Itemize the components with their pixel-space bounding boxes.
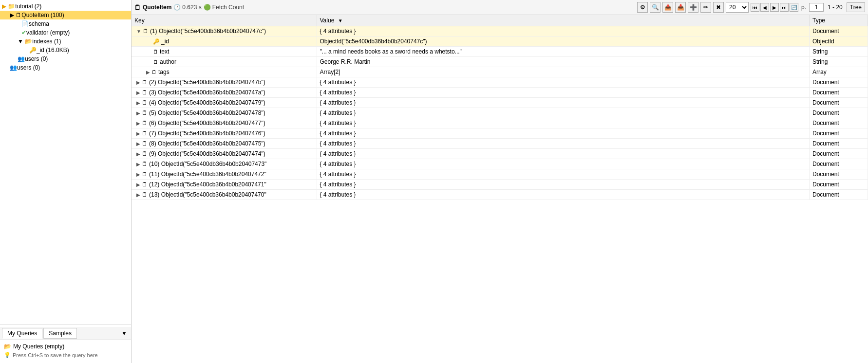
tree-item-tutorial[interactable]: ▶ 📁 tutorial (2) xyxy=(0,2,131,11)
table-row[interactable]: ▶🗒tagsArray[2]Array xyxy=(132,67,868,77)
table-row[interactable]: ▶🗒(6) ObjectId("5c5e400db36b4b0b20407477… xyxy=(132,118,868,128)
search-btn[interactable]: 🔍 xyxy=(650,2,660,13)
cell-key: 🔑_id xyxy=(132,36,317,47)
tree-item-_id[interactable]: 🔑 _id (16.0KB) xyxy=(0,46,131,54)
cell-key: ▶🗒(12) ObjectId("5c5e400cb36b4b0b2040747… xyxy=(132,180,317,190)
cell-value: { 4 attributes } xyxy=(317,128,810,139)
tree-item-indexes[interactable]: ▼ 📂 indexes (1) xyxy=(0,37,131,46)
col-header-value: Value ▼ xyxy=(317,15,810,26)
queries-hint: 💡 Press Ctrl+S to save the query here xyxy=(4,351,127,359)
doc-icon: 🗒 xyxy=(142,191,148,198)
settings-btn[interactable]: ⚙ xyxy=(637,2,648,13)
table-row[interactable]: ▶🗒(8) ObjectId("5c5e400db36b4b0b20407475… xyxy=(132,139,868,149)
cell-value: { 4 attributes } xyxy=(317,26,810,36)
value-sort-icon[interactable]: ▼ xyxy=(338,18,343,23)
left-panel: ▶ 📁 tutorial (2)▶ 🗒 QuoteItem (100)📄 sch… xyxy=(0,0,132,363)
table-row[interactable]: ▼🗒(1) ObjectId("5c5e400db36b4b0b2040747c… xyxy=(132,26,868,36)
cell-key: ▶🗒(11) ObjectId("5c5e400cb36b4b0b2040747… xyxy=(132,169,317,180)
table-row[interactable]: ▶🗒(10) ObjectId("5c5e400db36b4b0b2040747… xyxy=(132,159,868,169)
expand-btn[interactable]: ▶ xyxy=(136,110,140,116)
table-row[interactable]: ▶🗒(7) ObjectId("5c5e400db36b4b0b20407476… xyxy=(132,128,868,139)
cell-value: { 4 attributes } xyxy=(317,190,810,200)
queries-content: 📂 My Queries (empty) 💡 Press Ctrl+S to s… xyxy=(0,340,131,361)
edit-btn[interactable]: ✏ xyxy=(700,2,711,13)
doc-icon: 🗒 xyxy=(142,109,148,116)
page-size-select[interactable]: 5 10 20 50 100 xyxy=(726,2,749,13)
table-row[interactable]: ▶🗒(4) ObjectId("5c5e400db36b4b0b20407479… xyxy=(132,98,868,108)
table-row[interactable]: ▶🗒(3) ObjectId("5c5e400db36b4b0b2040747a… xyxy=(132,88,868,98)
table-row[interactable]: ▶🗒(12) ObjectId("5c5e400cb36b4b0b2040747… xyxy=(132,180,868,190)
data-table: Key Value ▼ Type ▼🗒(1) ObjectId("5c5e400… xyxy=(132,15,868,200)
page-label: p. xyxy=(801,4,806,11)
expand-btn[interactable]: ▶ xyxy=(136,100,140,106)
queries-empty-label: 📂 My Queries (empty) xyxy=(4,342,127,351)
cell-type: ObjectId xyxy=(810,36,868,47)
expand-btn[interactable]: ▶ xyxy=(136,90,140,95)
export-btn[interactable]: 📤 xyxy=(662,2,673,13)
doc-icon: 🗒 xyxy=(142,120,148,127)
delete-btn[interactable]: ✖ xyxy=(713,2,724,13)
tree-item-users-main[interactable]: 👥 users (0) xyxy=(0,63,131,72)
tree-view-btn[interactable]: Tree xyxy=(847,2,865,12)
expand-btn[interactable]: ▶ xyxy=(136,80,140,85)
cell-value: Array[2] xyxy=(317,67,810,77)
cell-type: Document xyxy=(810,169,868,180)
expand-btn[interactable]: ▶ xyxy=(136,151,140,157)
cell-type: Document xyxy=(810,190,868,200)
table-row[interactable]: ▶🗒(11) ObjectId("5c5e400cb36b4b0b2040747… xyxy=(132,169,868,180)
cell-type: Document xyxy=(810,108,868,118)
table-row[interactable]: ▶🗒(9) ObjectId("5c5e400db36b4b0b20407474… xyxy=(132,149,868,159)
cell-key: ▼🗒(1) ObjectId("5c5e400db36b4b0b2040747c… xyxy=(132,26,317,36)
first-page-btn[interactable]: ⏮ xyxy=(751,3,759,12)
right-panel: 🗒 QuoteItem 🕐 0.623 s 🟢 Fetch Count ⚙ 🔍 … xyxy=(132,0,868,363)
cell-key: ▶🗒(9) ObjectId("5c5e400db36b4b0b20407474… xyxy=(132,149,317,159)
next-page-btn[interactable]: ▶ xyxy=(770,3,779,12)
last-page-btn[interactable]: ⏭ xyxy=(780,3,789,12)
doc-icon: 🗒 xyxy=(142,130,148,137)
add-btn[interactable]: ➕ xyxy=(688,2,698,13)
toolbar-time: 🕐 0.623 s xyxy=(173,4,201,11)
field-icon: 🗒 xyxy=(151,69,157,75)
table-row[interactable]: 🔑_idObjectId("5c5e400db36b4b0b2040747c")… xyxy=(132,36,868,47)
expand-btn[interactable]: ▶ xyxy=(136,141,140,146)
prev-page-btn[interactable]: ◀ xyxy=(760,3,769,12)
cell-value: { 4 attributes } xyxy=(317,159,810,169)
table-row[interactable]: ▶🗒(2) ObjectId("5c5e400db36b4b0b2040747b… xyxy=(132,77,868,88)
table-row[interactable]: 🗒authorGeorge R.R. MartinString xyxy=(132,57,868,67)
refresh-btn[interactable]: 🔄 xyxy=(790,3,798,12)
fetch-count-btn[interactable]: 🟢 Fetch Count xyxy=(204,4,244,11)
expand-btn[interactable]: ▶ xyxy=(146,70,150,75)
expand-btn[interactable]: ▶ xyxy=(136,162,140,167)
tree-item-validator[interactable]: ✔ validator (empty) xyxy=(0,28,131,37)
expand-btn[interactable]: ▶ xyxy=(136,182,140,187)
cell-value: ObjectId("5c5e400db36b4b0b2040747c") xyxy=(317,36,810,47)
cell-type: Document xyxy=(810,88,868,98)
expand-btn[interactable]: ▶ xyxy=(136,192,140,198)
table-row[interactable]: 🗒text"... a mind needs books as a sword … xyxy=(132,47,868,57)
expand-btn[interactable]: ▶ xyxy=(136,121,140,126)
table-row[interactable]: ▶🗒(13) ObjectId("5c5e400cb36b4b0b2040747… xyxy=(132,190,868,200)
cell-value: { 4 attributes } xyxy=(317,149,810,159)
cell-value: { 4 attributes } xyxy=(317,169,810,180)
doc-icon: 🗒 xyxy=(143,28,149,35)
toolbar: 🗒 QuoteItem 🕐 0.623 s 🟢 Fetch Count ⚙ 🔍 … xyxy=(132,0,868,15)
collapse-btn[interactable]: ▼ xyxy=(136,29,141,34)
tab-my-queries[interactable]: My Queries xyxy=(2,328,42,339)
tree-item-users-sub[interactable]: 👥 users (0) xyxy=(0,54,131,63)
expand-btn[interactable]: ▶ xyxy=(136,131,140,136)
page-input[interactable] xyxy=(809,3,824,12)
tree-item-schema[interactable]: 📄 schema xyxy=(0,19,131,28)
cell-type: Document xyxy=(810,180,868,190)
import-btn[interactable]: 📥 xyxy=(675,2,686,13)
tab-samples[interactable]: Samples xyxy=(43,328,77,339)
queries-dropdown[interactable]: ▼ xyxy=(119,329,129,338)
cell-value: George R.R. Martin xyxy=(317,57,810,67)
expand-btn[interactable]: ▶ xyxy=(136,172,140,177)
doc-icon: 🗒 xyxy=(142,140,148,147)
tree-item-quoteitem[interactable]: ▶ 🗒 QuoteItem (100) xyxy=(0,11,131,19)
field-icon: 🗒 xyxy=(153,49,158,54)
cell-type: Document xyxy=(810,139,868,149)
cell-type: String xyxy=(810,57,868,67)
table-row[interactable]: ▶🗒(5) ObjectId("5c5e400db36b4b0b20407478… xyxy=(132,108,868,118)
cell-value: { 4 attributes } xyxy=(317,88,810,98)
